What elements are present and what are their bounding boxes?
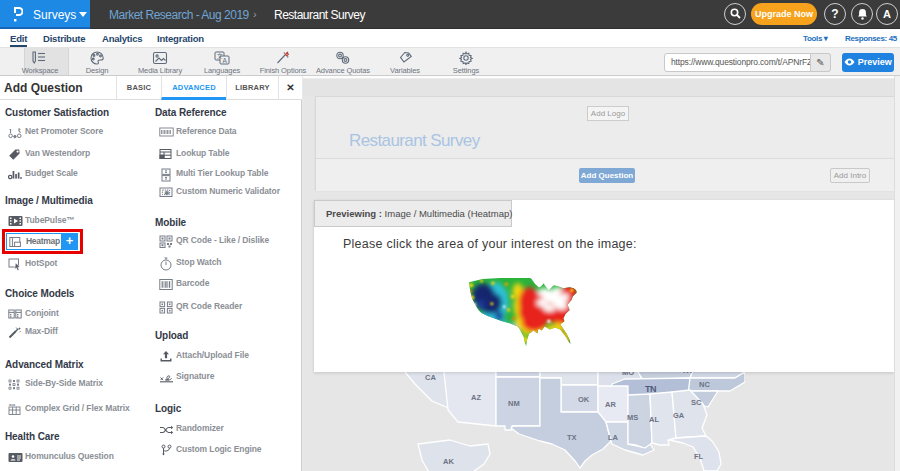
svg-text:TX: TX (567, 433, 577, 442)
svg-text:010: 010 (9, 403, 15, 407)
svg-text:CA: CA (425, 373, 436, 382)
svg-text:AZ: AZ (471, 393, 481, 402)
svg-text:TN: TN (645, 384, 656, 394)
svg-text:✱: ✱ (164, 190, 169, 196)
svg-text:NM: NM (508, 399, 520, 408)
svg-text:AK: AK (443, 457, 454, 466)
svg-text:LA: LA (608, 433, 619, 442)
svg-text:MS: MS (627, 413, 638, 422)
svg-text:A: A (223, 57, 228, 64)
svg-text:AL: AL (649, 415, 659, 424)
svg-text:FL: FL (694, 452, 704, 461)
svg-text:GA: GA (673, 411, 685, 420)
svg-text:OK: OK (578, 395, 590, 404)
svg-text:AR: AR (605, 400, 616, 409)
svg-text:SC: SC (691, 398, 702, 407)
svg-text:NC: NC (699, 380, 710, 389)
